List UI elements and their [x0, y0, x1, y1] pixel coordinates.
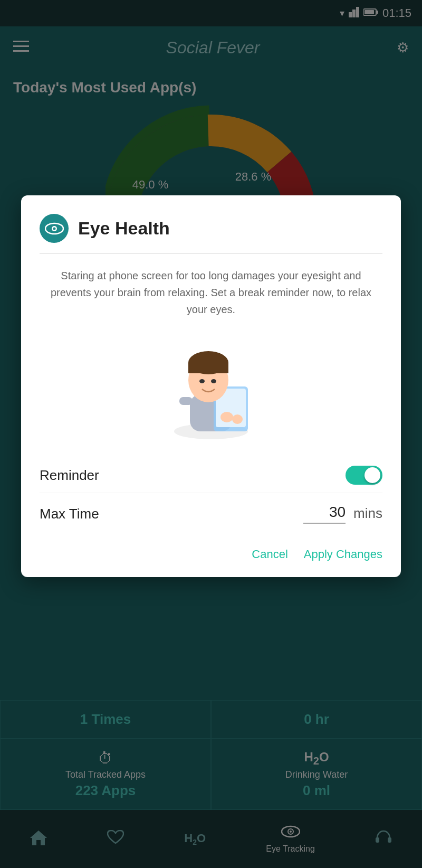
maxtime-label: Max Time [40, 506, 99, 522]
svg-point-13 [53, 227, 55, 230]
eye-health-modal: Eye Health Staring at phone screen for t… [21, 195, 401, 577]
svg-point-24 [211, 379, 216, 383]
person-illustration [145, 334, 277, 439]
eye-icon [45, 222, 64, 235]
svg-point-26 [232, 414, 243, 424]
maxtime-input-group: mins [303, 504, 382, 524]
reminder-toggle[interactable] [346, 466, 382, 485]
maxtime-row: Max Time mins [40, 493, 382, 534]
modal-description: Staring at phone screen for too long dam… [40, 267, 382, 318]
maxtime-unit: mins [353, 505, 382, 524]
modal-header: Eye Health [40, 214, 382, 243]
svg-rect-16 [179, 397, 193, 405]
cancel-button[interactable]: Cancel [252, 548, 287, 561]
modal-title: Eye Health [78, 218, 170, 239]
reminder-label: Reminder [40, 467, 99, 484]
eye-health-icon [40, 214, 69, 243]
svg-point-25 [220, 412, 233, 422]
apply-changes-button[interactable]: Apply Changes [304, 548, 382, 561]
modal-actions: Cancel Apply Changes [40, 542, 382, 561]
toggle-knob [365, 467, 380, 483]
illustration-area [40, 334, 382, 439]
svg-point-23 [199, 379, 205, 383]
svg-rect-22 [188, 363, 228, 373]
modal-overlay: Eye Health Staring at phone screen for t… [0, 0, 422, 868]
modal-divider [40, 253, 382, 254]
reminder-row: Reminder [40, 458, 382, 493]
maxtime-input[interactable] [303, 504, 346, 524]
